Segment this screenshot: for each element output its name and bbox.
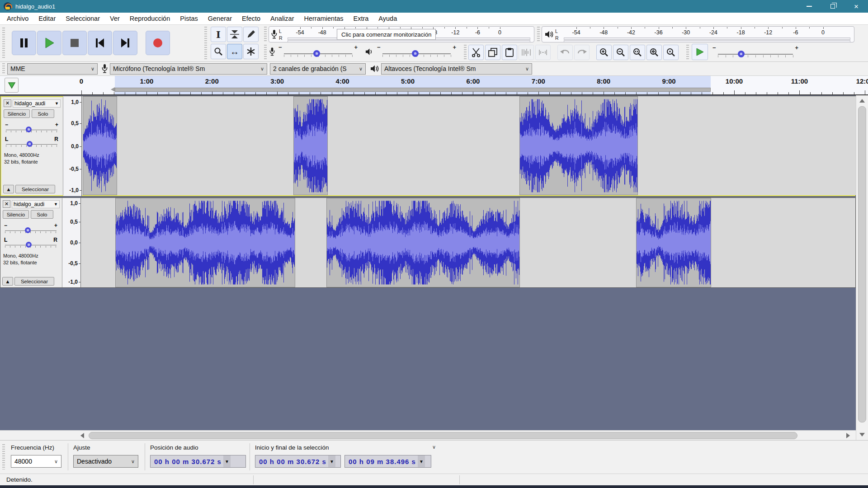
horizontal-scrollbar[interactable] bbox=[0, 430, 856, 440]
solo-button[interactable]: Solo bbox=[32, 109, 54, 118]
mute-button[interactable]: Silencio bbox=[3, 210, 29, 219]
scroll-right-arrow[interactable] bbox=[846, 433, 850, 438]
zoom-tool-button[interactable] bbox=[211, 44, 226, 59]
play-at-speed-button[interactable] bbox=[692, 44, 708, 60]
waveform-canvas[interactable] bbox=[81, 198, 855, 287]
record-button[interactable] bbox=[146, 31, 170, 55]
menu-item-herramientas[interactable]: Herramientas bbox=[299, 13, 348, 24]
fit-project-button[interactable] bbox=[646, 45, 662, 60]
pan-thumb[interactable] bbox=[26, 242, 32, 248]
collapse-track-button[interactable]: ▲ bbox=[2, 277, 13, 286]
stop-button[interactable] bbox=[62, 31, 87, 55]
play-button[interactable] bbox=[37, 31, 61, 55]
multi-tool-button[interactable] bbox=[243, 44, 259, 59]
menu-item-pistas[interactable]: Pistas bbox=[175, 13, 203, 24]
waveform-area[interactable] bbox=[81, 198, 855, 287]
collapse-track-button[interactable]: ▲ bbox=[3, 185, 14, 193]
menu-item-extra[interactable]: Extra bbox=[349, 13, 374, 24]
select-track-button[interactable]: Seleccionar bbox=[14, 277, 54, 286]
menu-item-ayuda[interactable]: Ayuda bbox=[373, 13, 402, 24]
slider-thumb[interactable] bbox=[313, 50, 320, 57]
copy-button[interactable] bbox=[485, 45, 500, 60]
playback-device-select[interactable]: Altavoces (Tecnología Intel® Sm∨ bbox=[381, 63, 532, 75]
scroll-left-arrow[interactable] bbox=[80, 433, 84, 438]
zoom-in-button[interactable] bbox=[596, 45, 612, 60]
track-name-menu[interactable]: hidalgo_audi▼ bbox=[12, 200, 60, 208]
playback-volume-slider[interactable]: −+ bbox=[377, 44, 456, 59]
minimize-button[interactable] bbox=[797, 0, 821, 13]
waveform-canvas[interactable] bbox=[82, 96, 856, 195]
slider-thumb[interactable] bbox=[738, 51, 745, 57]
scroll-down-arrow[interactable] bbox=[859, 433, 865, 436]
monitoring-hint[interactable]: Clic para comenzar monitorización bbox=[337, 29, 436, 40]
menu-item-ver[interactable]: Ver bbox=[105, 13, 125, 24]
pan-thumb[interactable] bbox=[27, 141, 33, 147]
vertical-scroll-thumb[interactable] bbox=[858, 106, 866, 422]
skip-to-end-button[interactable] bbox=[113, 31, 137, 55]
cut-button[interactable] bbox=[468, 45, 484, 60]
timeline-options-button[interactable] bbox=[5, 78, 19, 93]
gain-slider[interactable]: −+ bbox=[4, 223, 57, 235]
zoom-to-selection-button[interactable] bbox=[630, 45, 645, 60]
selection-mode-select[interactable]: Inicio y final de la selección∨ bbox=[255, 444, 436, 451]
slider-thumb[interactable] bbox=[412, 50, 419, 57]
recording-channels-select[interactable]: 2 canales de grabación (S∨ bbox=[270, 63, 366, 75]
zoom-toggle-button[interactable] bbox=[663, 45, 679, 60]
menu-item-editar[interactable]: Editar bbox=[33, 13, 61, 24]
solo-button[interactable]: Solo bbox=[31, 210, 53, 219]
vertical-scale-ruler[interactable]: 1,00,50,0-0,5-1,0 bbox=[63, 96, 82, 196]
menu-item-efecto[interactable]: Efecto bbox=[237, 13, 265, 24]
project-rate-select[interactable]: 48000∨ bbox=[11, 455, 61, 468]
record-meter[interactable]: LR -54-48-42-36-30-24-18-12-60 Clic para… bbox=[269, 26, 534, 42]
audio-position-field[interactable]: 00 h 00 m 30.672 s▼ bbox=[150, 455, 246, 468]
record-meter-grip[interactable] bbox=[264, 27, 267, 42]
menu-item-reproduccin[interactable]: Reproducción bbox=[125, 13, 175, 24]
zoom-out-button[interactable] bbox=[613, 45, 628, 60]
gain-slider[interactable]: −+ bbox=[5, 122, 58, 134]
audio-host-select[interactable]: MME∨ bbox=[7, 63, 98, 75]
time-shift-tool-button[interactable]: ↔ bbox=[227, 44, 242, 59]
pan-slider[interactable]: LR bbox=[4, 238, 57, 249]
device-grip[interactable] bbox=[2, 63, 5, 74]
scrub-selection-bar[interactable] bbox=[115, 88, 711, 92]
menu-item-seleccionar[interactable]: Seleccionar bbox=[61, 13, 105, 24]
horizontal-scroll-thumb[interactable] bbox=[89, 432, 797, 439]
menu-item-analizar[interactable]: Analizar bbox=[265, 13, 299, 24]
mixer-grip[interactable] bbox=[264, 45, 267, 60]
edit-grip[interactable] bbox=[464, 45, 467, 60]
track-close-button[interactable]: ✕ bbox=[4, 99, 11, 107]
selection-end-field[interactable]: 00 h 09 m 38.496 s▼ bbox=[344, 455, 431, 468]
track-close-button[interactable]: ✕ bbox=[3, 200, 10, 208]
timeline-ruler[interactable]: 01:002:003:004:005:006:007:008:009:0010:… bbox=[0, 76, 868, 95]
selection-start-handle[interactable] bbox=[111, 87, 115, 92]
close-button[interactable]: × bbox=[844, 0, 868, 13]
menu-item-archivo[interactable]: Archivo bbox=[2, 13, 33, 24]
envelope-tool-button[interactable] bbox=[227, 27, 242, 42]
recording-device-select[interactable]: Micrófono (Tecnología Intel® Sm∨ bbox=[110, 63, 267, 75]
vertical-scale-ruler[interactable]: 1,00,50,0-0,5-1,0 bbox=[62, 198, 81, 287]
play-speed-slider[interactable]: −+ bbox=[712, 44, 798, 60]
vertical-scrollbar[interactable] bbox=[856, 95, 868, 440]
snap-to-select[interactable]: Desactivado∨ bbox=[73, 455, 138, 468]
paste-button[interactable] bbox=[502, 45, 517, 60]
draw-tool-button[interactable] bbox=[243, 27, 259, 42]
pan-slider[interactable]: LR bbox=[5, 137, 58, 149]
restore-button[interactable] bbox=[821, 0, 844, 13]
scroll-up-arrow[interactable] bbox=[859, 99, 865, 103]
playback-meter[interactable]: LR -54-48-42-36-30-24-18-12-60 bbox=[542, 26, 854, 42]
recording-channels-value: 2 canales de grabación (S bbox=[273, 65, 347, 72]
skip-to-start-button[interactable] bbox=[88, 31, 112, 55]
menu-item-generar[interactable]: Generar bbox=[203, 13, 237, 24]
selection-start-field[interactable]: 00 h 00 m 30.672 s▼ bbox=[255, 455, 341, 468]
waveform-area[interactable] bbox=[82, 96, 855, 196]
record-volume-slider[interactable]: −+ bbox=[278, 44, 358, 59]
selection-tool-button[interactable]: I bbox=[211, 27, 226, 42]
play-at-speed-grip[interactable] bbox=[686, 45, 689, 60]
transport-grip[interactable] bbox=[2, 28, 5, 59]
track-name-menu[interactable]: hidalgo_audi▼ bbox=[13, 99, 61, 108]
mute-button[interactable]: Silencio bbox=[4, 109, 30, 118]
select-track-button[interactable]: Seleccionar bbox=[15, 185, 55, 193]
pause-button[interactable] bbox=[12, 31, 36, 55]
selection-toolbar-grip[interactable] bbox=[2, 444, 5, 469]
playback-meter-grip[interactable] bbox=[537, 27, 540, 42]
